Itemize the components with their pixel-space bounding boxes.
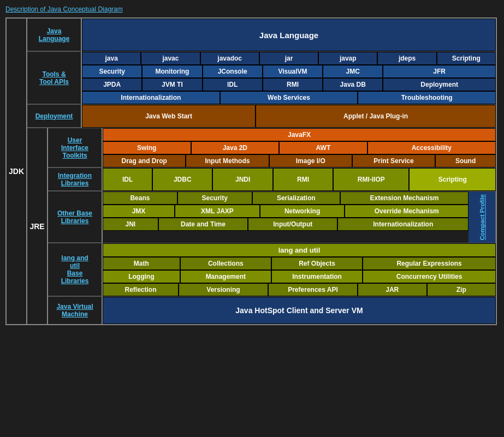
print-service: Print Service	[352, 154, 435, 167]
tool-jpda: JPDA	[82, 78, 142, 91]
deployment-left-label[interactable]: Deployment	[27, 105, 82, 128]
tool-troubleshooting: Troubleshooting	[358, 91, 496, 104]
tools-row-2: Security Monitoring JConsole VisualVM JM…	[82, 65, 496, 78]
int-jndi: JNDI	[212, 168, 272, 191]
tools-row-3: JPDA JVM TI IDL RMI Java DB Deployment	[82, 78, 496, 91]
jre-block: JRE UserInterfaceToolkits JavaFX Swing J…	[27, 128, 496, 324]
input-methods: Input Methods	[186, 154, 269, 167]
lu-management: Management	[180, 270, 271, 283]
ob-ext-mechanism: Extension Mechanism	[340, 191, 469, 205]
integration-left-label[interactable]: IntegrationLibraries	[48, 168, 103, 191]
tool-jdeps: jdeps	[377, 52, 436, 65]
lu-preferences: Preferences API	[268, 283, 358, 296]
applet-plugin: Applet / Java Plug-in	[256, 105, 496, 128]
lu-concurrency: Concurrency Utilities	[363, 270, 496, 283]
tool-deployment: Deployment	[383, 78, 496, 91]
ob-input-output: Input/Output	[248, 218, 337, 231]
tool-jconsole: JConsole	[203, 65, 263, 78]
java-language-left-label[interactable]: JavaLanguage	[27, 19, 82, 51]
ob-beans: Beans	[103, 191, 177, 205]
ob-internationalization: Internationalization	[337, 218, 469, 231]
tool-javap: javap	[318, 52, 377, 65]
tool-javadb: Java DB	[323, 78, 383, 91]
awt: AWT	[279, 141, 367, 154]
lu-jar: JAR	[358, 283, 427, 296]
ob-jni: JNI	[103, 218, 158, 231]
integration-grid: IDL JDBC JNDI RMI RMI-IIOP Scripting	[103, 168, 496, 191]
ob-security: Security	[177, 191, 252, 205]
jdk-label: JDK	[7, 19, 27, 324]
lu-logging: Logging	[103, 270, 180, 283]
ui-row-javafx: JavaFX	[103, 128, 496, 141]
tool-monitoring: Monitoring	[142, 65, 202, 78]
lu-header-row: lang and util	[103, 243, 496, 257]
lu-header: lang and util	[103, 243, 496, 257]
tool-javadoc: javadoc	[200, 52, 259, 65]
tool-javac: javac	[141, 52, 200, 65]
lu-collections: Collections	[180, 257, 271, 270]
lu-row-1: Math Collections Ref Objects Regular Exp…	[103, 257, 496, 270]
accessibility: Accessibility	[367, 141, 496, 154]
ob-serialization: Serialization	[252, 191, 340, 205]
ob-xml-jaxp: XML JAXP	[175, 205, 260, 218]
ob-row-2: JMX XML JAXP Networking Override Mechani…	[103, 205, 469, 218]
tools-row-1: java javac javadoc jar javap jdeps Scrip…	[82, 52, 496, 65]
compact-profile[interactable]: Compact Profile	[469, 191, 496, 243]
java-web-start: Java Web Start	[82, 105, 256, 128]
tool-jmc: JMC	[323, 65, 383, 78]
drag-drop: Drag and Drop	[103, 154, 186, 167]
image-io: Image I/O	[269, 154, 352, 167]
lu-versioning: Versioning	[179, 283, 268, 296]
lu-row-3: Reflection Versioning Preferences API JA…	[103, 283, 496, 296]
tool-visualvm: VisualVM	[263, 65, 323, 78]
lang-util-grid: lang and util Math Collections Ref Objec…	[103, 243, 496, 296]
ui-row-3: Drag and Drop Input Methods Image I/O Pr…	[103, 154, 496, 167]
lu-row-2: Logging Management Instrumentation Concu…	[103, 270, 496, 283]
ui-toolkits-section: UserInterfaceToolkits JavaFX Swing Java …	[48, 128, 496, 168]
integration-section: IntegrationLibraries IDL JDBC JNDI RMI R…	[48, 168, 496, 191]
tool-jfr: JFR	[383, 65, 496, 78]
deployment-section: Deployment Java Web Start Applet / Java …	[27, 105, 496, 128]
jvm-left-label[interactable]: Java VirtualMachine	[48, 297, 103, 324]
jvm-section: Java VirtualMachine Java HotSpot Client …	[48, 297, 496, 324]
lang-util-left-label[interactable]: lang andutilBaseLibraries	[48, 243, 103, 296]
tool-rmi: RMI	[263, 78, 323, 91]
ob-row-1: Beans Security Serialization Extension M…	[103, 191, 469, 205]
swing: Swing	[103, 141, 191, 154]
jre-content: UserInterfaceToolkits JavaFX Swing Java …	[48, 128, 496, 324]
java2d: Java 2D	[191, 141, 280, 154]
java-language-header: Java Language	[82, 19, 496, 51]
int-jdbc: JDBC	[152, 168, 212, 191]
int-scripting: Scripting	[409, 168, 496, 191]
other-base-left-label[interactable]: Other BaseLibraries	[48, 191, 103, 243]
ui-toolkits-left-label[interactable]: UserInterfaceToolkits	[48, 128, 103, 167]
tool-java: java	[82, 52, 141, 65]
ob-override-mechanism: Override Mechanism	[345, 205, 469, 218]
int-idl: IDL	[103, 168, 152, 191]
lu-reflection: Reflection	[103, 283, 179, 296]
lu-zip: Zip	[427, 283, 496, 296]
tool-idl: IDL	[203, 78, 263, 91]
int-rmi-iiop: RMI-IIOP	[333, 168, 409, 191]
lu-math: Math	[103, 257, 180, 270]
lu-regex: Regular Expressions	[363, 257, 496, 270]
lu-instrumentation: Instrumentation	[271, 270, 363, 283]
ob-row-3: JNI Date and Time Input/Output Internati…	[103, 218, 469, 231]
java-language-section: JavaLanguage Java Language	[27, 19, 496, 52]
tool-internationalization: Internationalization	[82, 91, 220, 104]
java-conceptual-diagram: JDK JavaLanguage Java Language Tools &To…	[5, 17, 497, 325]
javafx: JavaFX	[103, 128, 496, 141]
tools-row-4: Internationalization Web Services Troubl…	[82, 91, 496, 104]
top-link[interactable]: Description of Java Conceptual Diagram	[5, 5, 499, 13]
ob-date-time: Date and Time	[158, 218, 248, 231]
tool-scripting: Scripting	[437, 52, 496, 65]
ob-jmx: JMX	[103, 205, 175, 218]
sound: Sound	[435, 154, 496, 167]
tool-webservices: Web Services	[220, 91, 358, 104]
tools-section: Tools &Tool APIs java javac javadoc jar …	[27, 52, 496, 105]
jre-label: JRE	[27, 128, 48, 324]
lu-ref-objects: Ref Objects	[271, 257, 363, 270]
tool-jvmti: JVM TI	[142, 78, 202, 91]
tools-left-label[interactable]: Tools &Tool APIs	[27, 52, 82, 104]
other-base-grid: Beans Security Serialization Extension M…	[103, 191, 469, 243]
